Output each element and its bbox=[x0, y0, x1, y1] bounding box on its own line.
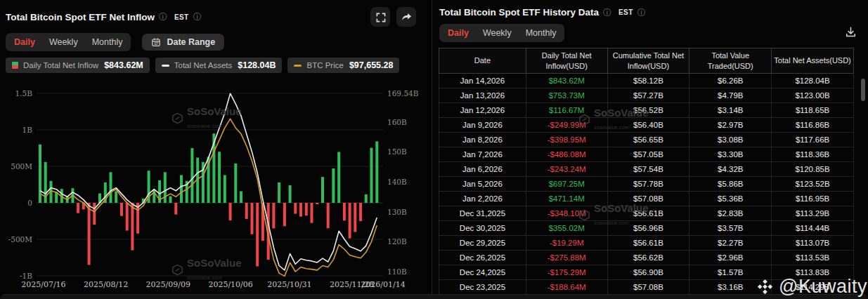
col-header-net-assets: Total Net Assets(USD) bbox=[772, 48, 854, 74]
table-row: Dec 31,2025-$348.10M$56.61B$2.83B$113.29… bbox=[439, 206, 854, 221]
chart-panel-header: Total Bitcoin Spot ETF Net Inflow ⓘ EST … bbox=[0, 0, 427, 27]
cell-date: Jan 13,2026 bbox=[439, 88, 526, 103]
cell-net-assets: $118.36B bbox=[772, 147, 854, 162]
cell-cumulative-inflow: $57.05B bbox=[607, 147, 689, 162]
cell-cumulative-inflow: $56.40B bbox=[607, 118, 689, 133]
cell-daily-inflow: -$398.95M bbox=[526, 133, 607, 147]
cell-daily-inflow: -$249.99M bbox=[526, 118, 607, 133]
cell-date: Jan 5,2026 bbox=[439, 177, 526, 192]
legend-btc-price[interactable]: BTC Price $97,655.28 bbox=[287, 58, 399, 73]
table-period-tabs: DailyWeeklyMonthly bbox=[439, 24, 564, 42]
orange-line-icon bbox=[294, 65, 302, 67]
cell-net-assets: $120.85B bbox=[772, 162, 854, 177]
share-button[interactable] bbox=[396, 7, 416, 27]
svg-text:140B: 140B bbox=[387, 178, 407, 186]
cell-value-traded: $5.86B bbox=[689, 177, 772, 192]
svg-text:2025/08/12: 2025/08/12 bbox=[84, 280, 128, 289]
tab-weekly[interactable]: Weekly bbox=[49, 37, 78, 47]
info-icon[interactable]: ⓘ bbox=[603, 8, 611, 17]
svg-text:-500M: -500M bbox=[8, 235, 33, 244]
tab-daily[interactable]: Daily bbox=[14, 37, 35, 47]
cell-net-assets: $116.95B bbox=[772, 192, 854, 206]
cell-net-assets: $118.65B bbox=[772, 103, 854, 118]
date-range-button[interactable]: 17 Date Range bbox=[142, 34, 224, 51]
cell-value-traded: $3.16B bbox=[689, 280, 772, 295]
cell-net-assets: $128.04B bbox=[772, 74, 854, 88]
chart-legend: Daily Total Net Inflow $843.62M Total Ne… bbox=[6, 58, 422, 73]
svg-text:2025/07/16: 2025/07/16 bbox=[21, 280, 65, 289]
table-row: Dec 23,2025-$188.64M$57.08B$3.16B$114.29… bbox=[439, 280, 854, 295]
cell-date: Jan 12,2026 bbox=[439, 103, 526, 118]
white-line-icon bbox=[162, 65, 169, 67]
legend-label: Total Net Assets bbox=[174, 61, 232, 69]
cell-date: Jan 2,2026 bbox=[439, 192, 526, 206]
svg-text:2025/10/31: 2025/10/31 bbox=[267, 280, 311, 289]
timezone-label: EST bbox=[174, 13, 189, 21]
cell-date: Jan 8,2026 bbox=[439, 133, 526, 147]
calendar-icon: 17 bbox=[151, 37, 161, 47]
svg-text:0: 0 bbox=[27, 199, 32, 207]
cell-date: Dec 29,2025 bbox=[439, 236, 526, 251]
tab-weekly[interactable]: Weekly bbox=[483, 28, 512, 38]
cell-daily-inflow: -$243.24M bbox=[526, 162, 607, 177]
svg-text:17: 17 bbox=[155, 41, 159, 46]
cell-daily-inflow: -$188.64M bbox=[526, 280, 607, 295]
history-table: Date Daily Total Net Inflow(USD) Cumulat… bbox=[439, 48, 854, 295]
table-scrollbar-thumb[interactable] bbox=[861, 79, 865, 101]
tab-monthly[interactable]: Monthly bbox=[526, 28, 557, 38]
cell-cumulative-inflow: $56.96B bbox=[607, 221, 689, 236]
svg-text:169.54B: 169.54B bbox=[387, 89, 419, 98]
bar-series-icon bbox=[12, 62, 18, 69]
cell-net-assets: $113.29B bbox=[772, 206, 854, 221]
net-inflow-chart-panel: Total Bitcoin Spot ETF Net Inflow ⓘ EST … bbox=[0, 0, 427, 294]
net-inflow-combo-chart[interactable]: 1.5B1B500M0-500M-1B169.54B160B150B140B13… bbox=[0, 79, 427, 293]
cell-value-traded: $2.97B bbox=[689, 118, 772, 133]
cell-value-traded: $3.08B bbox=[689, 133, 772, 147]
cell-daily-inflow: -$486.08M bbox=[526, 147, 607, 162]
col-header-date: Date bbox=[439, 48, 526, 74]
legend-value: $843.62M bbox=[104, 60, 143, 70]
chart-period-tabs: DailyWeeklyMonthly bbox=[6, 33, 131, 51]
table-row: Jan 5,2026$697.25M$57.78B$5.86B$123.52B bbox=[439, 177, 854, 192]
info-icon[interactable]: ⓘ bbox=[637, 8, 646, 17]
table-row: Jan 8,2026-$398.95M$56.65B$3.08B$117.66B bbox=[439, 133, 854, 147]
svg-text:2025/09/09: 2025/09/09 bbox=[146, 280, 190, 289]
tab-daily[interactable]: Daily bbox=[448, 28, 469, 38]
download-button[interactable] bbox=[843, 25, 858, 41]
cell-cumulative-inflow: $56.61B bbox=[607, 236, 689, 251]
cell-value-traded: $6.26B bbox=[689, 74, 772, 88]
cell-value-traded: $2.83B bbox=[689, 206, 772, 221]
info-icon[interactable]: ⓘ bbox=[193, 13, 202, 21]
tab-monthly[interactable]: Monthly bbox=[92, 37, 123, 47]
table-row: Jan 7,2026-$486.08M$57.05B$3.30B$118.36B bbox=[439, 147, 854, 162]
table-row: Dec 30,2025$355.02M$56.96B$3.57B$114.44B bbox=[439, 221, 854, 236]
cell-cumulative-inflow: $56.61B bbox=[607, 206, 689, 221]
cell-cumulative-inflow: $57.08B bbox=[607, 192, 689, 206]
cell-daily-inflow: -$175.29M bbox=[526, 265, 607, 280]
cell-net-assets: $116.86B bbox=[772, 118, 854, 133]
cell-cumulative-inflow: $57.08B bbox=[607, 280, 689, 295]
cell-cumulative-inflow: $56.52B bbox=[607, 103, 689, 118]
cell-cumulative-inflow: $58.12B bbox=[607, 74, 689, 88]
history-data-panel: Total Bitcoin Spot ETF History Data ⓘ ES… bbox=[432, 0, 868, 294]
table-row: Jan 13,2026$753.73M$57.27B$4.79B$123.00B bbox=[439, 88, 854, 103]
table-panel-header: Total Bitcoin Spot ETF History Data ⓘ ES… bbox=[432, 0, 868, 18]
cell-value-traded: $1.57B bbox=[689, 265, 772, 280]
cell-date: Dec 26,2025 bbox=[439, 251, 526, 265]
col-header-cumulative-inflow: Cumulative Total Net Inflow(USD) bbox=[607, 48, 689, 74]
cell-net-assets: $117.66B bbox=[772, 133, 854, 147]
cell-net-assets: $123.00B bbox=[772, 88, 854, 103]
svg-text:500M: 500M bbox=[11, 162, 32, 171]
cell-date: Dec 24,2025 bbox=[439, 265, 526, 280]
cell-date: Jan 14,2026 bbox=[439, 74, 526, 88]
legend-total-net-assets[interactable]: Total Net Assets $128.04B bbox=[155, 58, 283, 73]
legend-value: $97,655.28 bbox=[349, 60, 394, 70]
fullscreen-button[interactable] bbox=[370, 7, 390, 27]
chart-canvas[interactable]: 1.5B1B500M0-500M-1B169.54B160B150B140B13… bbox=[0, 79, 427, 296]
table-row: Jan 14,2026$843.62M$58.12B$6.26B$128.04B bbox=[439, 74, 854, 88]
info-icon[interactable]: ⓘ bbox=[159, 13, 167, 21]
legend-daily-net-inflow[interactable]: Daily Total Net Inflow $843.62M bbox=[6, 58, 150, 73]
svg-text:150B: 150B bbox=[387, 147, 407, 156]
cell-daily-inflow: $753.73M bbox=[526, 88, 607, 103]
cell-value-traded: $4.79B bbox=[689, 88, 772, 103]
